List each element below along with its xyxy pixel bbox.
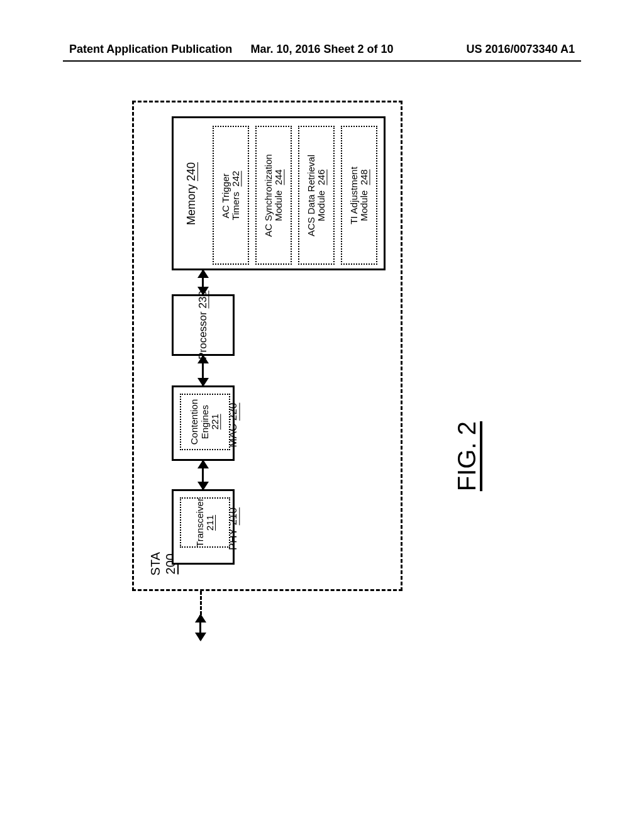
retr-ref: 246	[316, 169, 326, 185]
external-dashed-segment	[200, 591, 202, 615]
contention-block: Contention Engines 221	[180, 394, 230, 450]
retr-label: ACS Data Retrieval Module 246	[306, 154, 327, 236]
timers-l2: Timers	[230, 192, 241, 220]
contention-label: Contention Engines 221	[189, 399, 221, 445]
sta-name: STA	[148, 552, 162, 575]
external-arrow	[199, 615, 201, 640]
arrow-phy-mac	[202, 461, 204, 489]
processor-name: Processor	[197, 311, 209, 360]
contention-l1: Contention	[189, 399, 199, 445]
memory-name: Memory	[185, 184, 197, 225]
header-right: US 2016/0073340 A1	[467, 43, 575, 56]
sta-container: STA 200 PHY 210 Transceiver 211 MAC 2	[132, 101, 402, 591]
processor-label: Processor 230	[197, 290, 209, 360]
tiadj-l2: Module	[358, 191, 369, 221]
arrow-mac-proc	[202, 356, 204, 385]
acs-data-retrieval-block: ACS Data Retrieval Module 246	[298, 126, 335, 265]
transceiver-name: Transceiver	[194, 498, 205, 547]
retr-l1: ACS Data Retrieval	[306, 154, 316, 236]
phy-block: PHY 210 Transceiver 211	[172, 489, 235, 565]
memory-ref: 240	[185, 162, 197, 180]
timers-label: AC Trigger Timers 242	[221, 170, 242, 220]
tiadj-l1: TI Adjustment	[348, 167, 359, 224]
memory-block: Memory 240 AC Trigger Timers 242 AC Sync…	[172, 116, 386, 270]
ti-adjustment-block: TI Adjustment Module 248	[341, 126, 377, 265]
arrow-proc-mem	[202, 270, 204, 294]
figure-canvas: FIG. 2 STA 200 PHY 210 Transceiver 211	[63, 82, 581, 748]
transceiver-block: Transceiver 211	[180, 497, 230, 548]
processor-block: Processor 230	[172, 294, 235, 356]
sync-l1: AC Synchronization	[263, 154, 274, 237]
ac-trigger-timers-block: AC Trigger Timers 242	[213, 126, 249, 265]
timers-ref: 242	[230, 170, 241, 186]
memory-label: Memory 240	[185, 162, 198, 224]
transceiver-ref: 211	[204, 514, 215, 530]
timers-l1: AC Trigger	[220, 173, 231, 218]
sync-l2: Module	[273, 191, 284, 221]
mac-block: MAC 220 Contention Engines 221	[172, 385, 235, 461]
tiadj-label: TI Adjustment Module 248	[349, 167, 370, 224]
header-rule	[63, 60, 581, 62]
contention-l2: Engines	[199, 405, 210, 439]
tiadj-ref: 248	[358, 169, 369, 185]
page: Patent Application Publication Mar. 10, …	[0, 0, 644, 830]
sync-label: AC Synchronization Module 244	[264, 154, 284, 237]
transceiver-label: Transceiver 211	[195, 498, 216, 547]
figure-label: FIG. 2	[453, 421, 481, 491]
ac-sync-module-block: AC Synchronization Module 244	[255, 126, 292, 265]
retr-l2: Module	[316, 191, 326, 221]
contention-ref: 221	[209, 414, 220, 429]
sync-ref: 244	[273, 169, 284, 185]
